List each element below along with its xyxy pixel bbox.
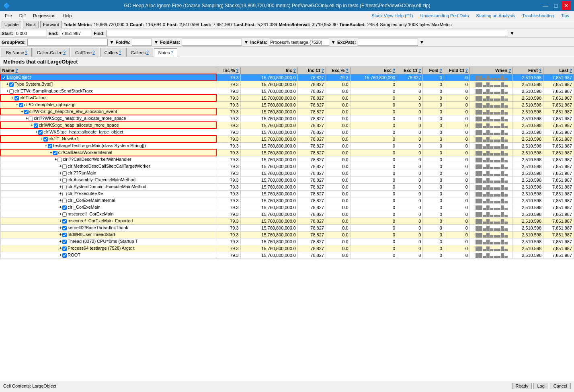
row-checkbox[interactable] <box>62 226 67 230</box>
expand-icon[interactable]: + <box>59 246 62 250</box>
row-checkbox[interactable] <box>62 171 67 176</box>
table-row[interactable]: +testlarge!TestLarge.Main(class System.S… <box>0 142 574 149</box>
row-checkbox[interactable] <box>62 212 67 217</box>
foldpct-dropdown-icon[interactable]: ▼ <box>154 39 158 45</box>
table-row[interactable]: +ROOT79.315,760,800,000.078,8270.000002,… <box>0 252 574 259</box>
table-container[interactable]: Name ? Inc % ? Inc ? Inc Ct ? <box>0 67 574 381</box>
expand-icon[interactable]: + <box>11 96 14 100</box>
row-checkbox[interactable] <box>34 123 38 128</box>
row-checkbox[interactable] <box>53 151 57 155</box>
row-checkbox[interactable] <box>38 130 43 135</box>
table-row[interactable]: +Process64 testlarge (7528) Args: t79.31… <box>0 245 574 252</box>
name-cell[interactable]: +clr!??WKS::gc_heap::try_allocate_more_s… <box>0 115 216 122</box>
col-header-name[interactable]: Name ? <box>0 67 216 74</box>
foldpct-input[interactable] <box>132 39 152 46</box>
row-checkbox[interactable] <box>62 246 67 251</box>
col-header-excct[interactable]: Exc Ct ? <box>397 67 423 74</box>
expand-icon[interactable]: + <box>16 103 18 107</box>
name-cell[interactable]: +clr!WKS::gc_heap::fire_etw_allocation_e… <box>0 108 216 115</box>
expand-icon[interactable]: + <box>26 116 28 121</box>
cancel-button[interactable]: Cancel <box>550 383 571 389</box>
name-cell[interactable]: +Process64 testlarge (7528) Args: t <box>0 245 216 252</box>
tab-calltree[interactable]: CallTree ? <box>71 48 99 57</box>
menu-link-tips[interactable]: Tips <box>558 12 572 19</box>
find-dropdown-icon[interactable]: ▼ <box>510 31 515 36</box>
name-cell[interactable]: +clrJIT_NewArr1 <box>0 135 216 142</box>
expand-icon[interactable]: + <box>59 253 62 257</box>
table-row[interactable]: +clr!WKS::gc_heap::allocate_large_object… <box>0 129 574 135</box>
table-row[interactable]: +mscoree!_CorExeMain_Exported79.315,760,… <box>0 218 574 224</box>
menu-regression[interactable]: Regression <box>30 12 59 19</box>
row-checkbox[interactable] <box>62 233 67 237</box>
table-row[interactable]: +clr!CallDescrWorkerInternal79.315,760,8… <box>0 149 574 156</box>
last-help[interactable]: ? <box>570 68 572 73</box>
tab-callers[interactable]: Callers ? <box>100 48 126 57</box>
row-checkbox[interactable] <box>62 199 67 203</box>
tab-caller-callee[interactable]: Caller-Callee ? <box>33 48 70 57</box>
row-checkbox[interactable] <box>43 137 48 142</box>
name-cell[interactable]: +clr!CoTemplate_qqhxpzqp <box>0 101 216 108</box>
minimize-button[interactable]: — <box>541 1 550 10</box>
name-cell[interactable]: +clr!Assembly::ExecuteMainMethod <box>0 177 216 183</box>
name-help[interactable]: ? <box>16 68 18 73</box>
table-row[interactable]: +Thread (8372) CPU=0ms (Startup T79.315,… <box>0 238 574 245</box>
excpct-help[interactable]: ? <box>346 68 348 73</box>
menu-link-troubleshoot[interactable]: Troubleshooting <box>519 12 557 19</box>
name-cell[interactable]: +clr!_CorExeMain <box>0 204 216 211</box>
table-row[interactable]: +clr!WKS::gc_heap::fire_etw_allocation_e… <box>0 108 574 115</box>
expand-icon[interactable]: + <box>35 130 38 134</box>
excpats-input[interactable] <box>358 39 418 46</box>
expand-icon[interactable]: + <box>45 144 47 148</box>
col-header-incct[interactable]: Inc Ct ? <box>297 67 326 74</box>
expand-icon[interactable]: + <box>59 191 62 196</box>
table-row[interactable]: +mscoreei!_CorExeMain79.315,760,800,000.… <box>0 211 574 218</box>
name-cell[interactable]: +ROOT <box>0 252 216 259</box>
expand-icon[interactable]: + <box>50 150 52 155</box>
col-header-first[interactable]: First ? <box>513 67 543 74</box>
expand-icon[interactable]: + <box>59 198 62 203</box>
expand-icon[interactable]: + <box>59 212 62 216</box>
name-cell[interactable]: +clr!EtwCallout <box>0 94 216 101</box>
tab-notes[interactable]: Notes ? <box>154 48 177 57</box>
incpats-input[interactable] <box>269 39 329 46</box>
table-row[interactable]: +clr!ETW::SamplingLog::SendStackTrace79.… <box>0 88 574 94</box>
expand-icon[interactable]: + <box>59 239 62 244</box>
row-checkbox[interactable] <box>62 205 67 210</box>
col-header-foldct[interactable]: Fold Ct ? <box>444 67 469 74</box>
row-checkbox[interactable] <box>14 96 19 101</box>
name-cell[interactable]: +testlarge!TestLarge.Main(class System.S… <box>0 142 216 149</box>
table-row[interactable]: LargeObject79.315,760,800,000.078,82779.… <box>0 74 574 81</box>
end-input[interactable] <box>60 30 92 37</box>
foldct-help[interactable]: ? <box>465 68 468 73</box>
table-row[interactable]: +clr!SystemDomain::ExecuteMainMethod79.3… <box>0 183 574 190</box>
incct-help[interactable]: ? <box>322 68 324 73</box>
row-checkbox[interactable] <box>62 253 67 258</box>
name-cell[interactable]: +clr!??RunMain <box>0 170 216 177</box>
row-checkbox[interactable] <box>9 89 14 94</box>
row-checkbox[interactable] <box>19 103 23 107</box>
forward-button[interactable]: Forward <box>40 21 62 28</box>
name-cell[interactable]: +clr!WKS::gc_heap::allocate_more_space <box>0 122 216 129</box>
name-cell[interactable]: +clr!WKS::gc_heap::allocate_large_object <box>0 129 216 135</box>
col-header-inc[interactable]: Inc ? <box>240 67 297 74</box>
table-row[interactable]: +clr!EtwCallout79.315,760,800,000.078,82… <box>0 94 574 101</box>
table-row[interactable]: +clr!CoTemplate_qqhxpzqp79.315,760,800,0… <box>0 101 574 108</box>
expand-icon[interactable]: + <box>31 123 33 127</box>
expand-icon[interactable]: + <box>59 171 62 175</box>
name-cell[interactable]: +clr!CallDescrWorkerInternal <box>0 149 216 156</box>
row-checkbox[interactable] <box>62 178 67 183</box>
name-cell[interactable]: +clr!??ExecuteEXE <box>0 190 216 197</box>
col-header-fold[interactable]: Fold ? <box>423 67 444 74</box>
menu-diff[interactable]: Diff <box>16 12 29 19</box>
expand-icon[interactable]: + <box>40 137 43 141</box>
back-button[interactable]: Back <box>23 21 38 28</box>
fold-help[interactable]: ? <box>440 68 442 73</box>
name-cell[interactable]: +mscoree!_CorExeMain_Exported <box>0 218 216 224</box>
incpats-dropdown-icon[interactable]: ▼ <box>331 39 336 45</box>
table-row[interactable]: +ntdll!RtlUserThreadStart79.315,760,800,… <box>0 231 574 238</box>
exc-help[interactable]: ? <box>393 68 395 73</box>
table-row[interactable]: +clr!??CallDescrWorkerWithHandler79.315,… <box>0 156 574 163</box>
row-checkbox[interactable] <box>62 240 67 244</box>
table-row[interactable]: +clr!Assembly::ExecuteMainMethod79.315,7… <box>0 177 574 183</box>
expand-icon[interactable]: + <box>6 89 9 93</box>
